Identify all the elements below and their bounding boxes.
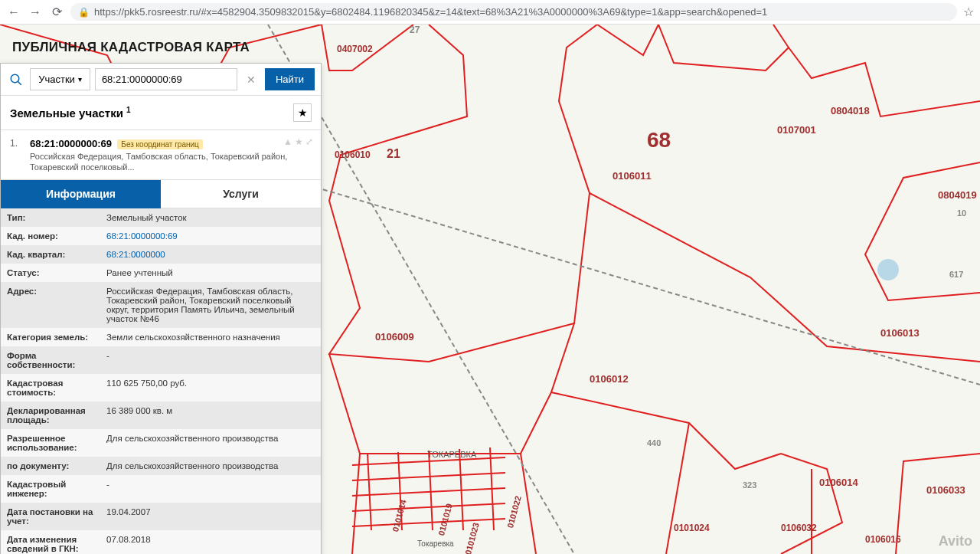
back-icon[interactable]: ←: [6, 5, 21, 20]
details-label: Дата изменения сведений в ГКН:: [1, 530, 100, 554]
expand-icon[interactable]: ⤢: [305, 136, 313, 147]
details-label: Разрешенное использование:: [1, 429, 100, 457]
find-button[interactable]: Найти: [265, 68, 315, 90]
url-bar[interactable]: 🔒 https://pkk5.rosreestr.ru/#x=4582904.3…: [70, 3, 957, 21]
details-row: Статус:Ранее учтенный: [1, 264, 321, 282]
details-value: 19.04.2007: [100, 503, 321, 530]
details-row: Адрес:Российская Федерация, Тамбовская о…: [1, 282, 321, 328]
bookmark-star-icon[interactable]: ☆: [963, 5, 974, 19]
search-row: Участки ✕ Найти: [1, 64, 321, 96]
details-label: Адрес:: [1, 282, 100, 328]
results-count: 1: [126, 106, 131, 114]
result-actions: ▲ ★ ⤢: [283, 136, 313, 147]
result-index: 1.: [10, 138, 18, 149]
search-panel: Участки ✕ Найти Земельные участки 1 ★ 1.…: [0, 63, 322, 554]
details-label: Статус:: [1, 264, 100, 282]
details-row: Тип:Земельный участок: [1, 208, 321, 227]
watermark: Avito: [939, 533, 972, 549]
details-label: Форма собственности:: [1, 346, 100, 374]
results-title-text: Земельные участки: [10, 107, 123, 120]
result-address: Российская Федерация, Тамбовская область…: [30, 151, 312, 173]
details-label: Тип:: [1, 208, 100, 227]
details-value[interactable]: 68:21:0000000:69: [100, 227, 321, 245]
browser-bar: ← → ⟳ 🔒 https://pkk5.rosreestr.ru/#x=458…: [0, 0, 980, 25]
details-value: 07.08.2018: [100, 530, 321, 554]
details-value: -: [100, 475, 321, 503]
details-label: Декларированная площадь:: [1, 402, 100, 429]
no-coords-badge: Без координат границ: [117, 139, 202, 149]
details-value: -: [100, 346, 321, 374]
details-value: Земли сельскохозяйственного назначения: [100, 328, 321, 346]
search-icon[interactable]: [7, 69, 25, 90]
viewport: ПУБЛИЧНАЯ КАДАСТРОВАЯ КАРТА 68 21 27 040…: [0, 25, 980, 554]
details-table: Тип:Земельный участокКад. номер:68:21:00…: [1, 208, 321, 554]
details-row: по документу:Для сельскохозяйственного п…: [1, 457, 321, 475]
forward-icon[interactable]: →: [28, 5, 43, 20]
details-label: Кад. номер:: [1, 227, 100, 245]
details-value[interactable]: 68:21:0000000: [100, 245, 321, 264]
tab-services[interactable]: Услуги: [161, 180, 321, 208]
details-label: по документу:: [1, 457, 100, 475]
details-row: Кадастровый инженер:-: [1, 475, 321, 503]
warning-icon[interactable]: ▲: [283, 136, 292, 147]
details-label: Категория земель:: [1, 328, 100, 346]
details-value: Для сельскохозяйственного производства: [100, 429, 321, 457]
tabs: Информация Услуги: [1, 180, 321, 208]
svg-point-1: [877, 259, 899, 280]
object-type-dropdown[interactable]: Участки: [30, 68, 90, 90]
details-label: Кадастровый инженер:: [1, 475, 100, 503]
details-row: Категория земель:Земли сельскохозяйствен…: [1, 328, 321, 346]
details-value: Земельный участок: [100, 208, 321, 227]
details-value: 16 389 000 кв. м: [100, 402, 321, 429]
details-row: Дата постановки на учет:19.04.2007: [1, 503, 321, 530]
details-value: Ранее учтенный: [100, 264, 321, 282]
svg-point-2: [11, 74, 19, 83]
details-row: Разрешенное использование:Для сельскохоз…: [1, 429, 321, 457]
lock-icon: 🔒: [78, 7, 90, 18]
details-row: Форма собственности:-: [1, 346, 321, 374]
app-title: ПУБЛИЧНАЯ КАДАСТРОВАЯ КАРТА: [12, 40, 250, 55]
details-row: Кад. квартал:68:21:0000000: [1, 245, 321, 264]
details-row: Декларированная площадь:16 389 000 кв. м: [1, 402, 321, 429]
details-label: Дата постановки на учет:: [1, 503, 100, 530]
reload-icon[interactable]: ⟳: [49, 5, 64, 20]
details-value: Российская Федерация, Тамбовская область…: [100, 282, 321, 328]
details-value: Для сельскохозяйственного производства: [100, 457, 321, 475]
url-text: https://pkk5.rosreestr.ru/#x=4582904.350…: [94, 6, 949, 18]
result-item[interactable]: 1. 68:21:0000000:69 Без координат границ…: [1, 130, 321, 180]
details-row: Кад. номер:68:21:0000000:69: [1, 227, 321, 245]
favorite-star-icon[interactable]: ★: [293, 103, 312, 122]
star-icon[interactable]: ★: [295, 136, 303, 147]
details-value: 110 625 750,00 руб.: [100, 374, 321, 402]
results-header: Земельные участки 1 ★: [1, 96, 321, 130]
result-id: 68:21:0000000:69: [30, 138, 112, 149]
details-row: Кадастровая стоимость:110 625 750,00 руб…: [1, 374, 321, 402]
search-input[interactable]: [95, 68, 237, 90]
details-label: Кад. квартал:: [1, 245, 100, 264]
results-title: Земельные участки 1: [10, 106, 131, 120]
tab-info[interactable]: Информация: [1, 180, 161, 208]
dropdown-label: Участки: [38, 74, 75, 85]
details-row: Дата изменения сведений в ГКН:07.08.2018: [1, 530, 321, 554]
details-label: Кадастровая стоимость:: [1, 374, 100, 402]
svg-line-3: [18, 81, 21, 85]
clear-search-icon[interactable]: ✕: [242, 74, 260, 86]
